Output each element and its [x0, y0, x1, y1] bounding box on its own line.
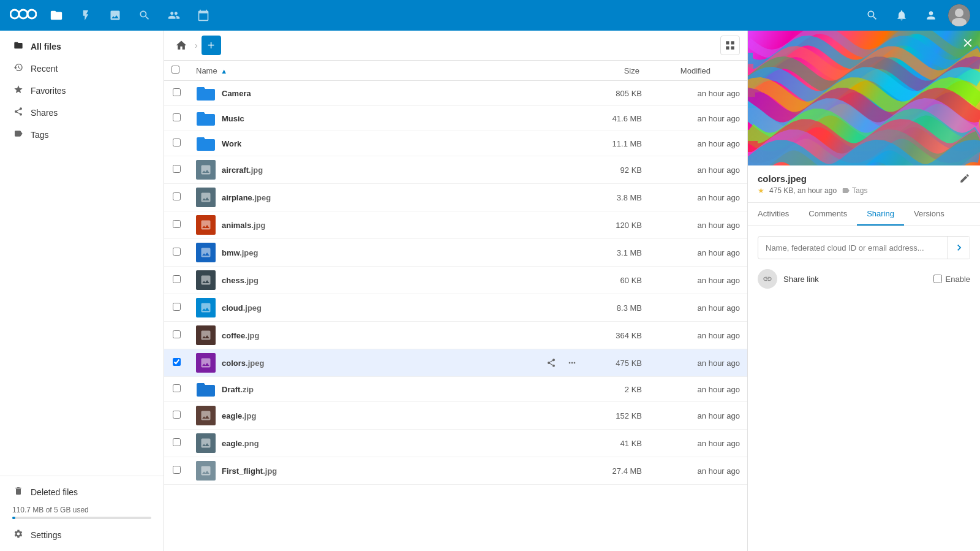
row-checkbox[interactable] — [173, 303, 181, 311]
share-action-icon[interactable] — [543, 407, 560, 424]
row-checkbox[interactable] — [173, 438, 181, 446]
share-action-icon[interactable] — [543, 327, 560, 344]
svg-point-2 — [28, 10, 36, 18]
grid-view-button[interactable] — [720, 36, 740, 55]
more-action-icon[interactable] — [564, 272, 581, 289]
share-recipient-input[interactable] — [758, 238, 948, 257]
sidebar-item-deleted-files[interactable]: Deleted files — [0, 481, 164, 503]
share-enable-toggle[interactable]: Enable — [933, 275, 970, 284]
more-action-icon[interactable] — [564, 462, 581, 479]
user-menu-icon[interactable] — [919, 3, 943, 28]
table-row[interactable]: Work 11.1 MB an hour ago — [164, 131, 747, 156]
share-action-icon[interactable] — [543, 85, 560, 102]
row-checkbox[interactable] — [173, 384, 181, 392]
more-action-icon[interactable] — [564, 381, 581, 398]
sidebar-item-all-files[interactable]: All files — [0, 36, 164, 58]
logo[interactable] — [10, 6, 37, 25]
share-action-icon[interactable] — [543, 189, 560, 206]
calendar-nav-icon[interactable] — [191, 3, 216, 28]
enable-checkbox[interactable] — [933, 275, 942, 283]
share-action-icon[interactable] — [543, 272, 560, 289]
more-action-icon[interactable] — [564, 327, 581, 344]
select-all-checkbox[interactable] — [172, 66, 179, 74]
select-all-header[interactable] — [164, 61, 189, 81]
table-row[interactable]: chess.jpg 60 KB an hour ago — [164, 267, 747, 294]
sidebar-item-tags[interactable]: Tags — [0, 124, 164, 146]
share-action-icon[interactable] — [543, 435, 560, 452]
more-action-icon[interactable] — [564, 354, 581, 371]
notifications-icon[interactable] — [889, 3, 914, 28]
table-row[interactable]: eagle.png 41 KB an hour ago — [164, 430, 747, 457]
more-action-icon[interactable] — [564, 110, 581, 127]
share-action-icon[interactable] — [543, 135, 560, 152]
table-row[interactable]: First_flight.jpg 27.4 MB an hour ago — [164, 457, 747, 485]
home-breadcrumb[interactable] — [172, 36, 191, 55]
share-action-icon[interactable] — [543, 216, 560, 234]
share-action-icon[interactable] — [543, 462, 560, 479]
more-action-icon[interactable] — [564, 161, 581, 178]
row-checkbox[interactable] — [173, 358, 181, 366]
table-row[interactable]: aircraft.jpg 92 KB an hour ago — [164, 156, 747, 184]
sidebar-item-favorites[interactable]: Favorites — [0, 80, 164, 102]
row-checkbox[interactable] — [173, 139, 181, 146]
table-row[interactable]: airplane.jpeg 3.8 MB an hour ago — [164, 184, 747, 211]
table-row[interactable]: Draft.zip 2 KB an hour ago — [164, 377, 747, 402]
more-action-icon[interactable] — [564, 85, 581, 102]
table-row[interactable]: colors.jpeg 475 KB an hour ago — [164, 349, 747, 377]
share-action-icon[interactable] — [543, 299, 560, 316]
tab-comments[interactable]: Comments — [799, 203, 857, 226]
row-checkbox[interactable] — [173, 165, 181, 173]
row-checkbox[interactable] — [173, 466, 181, 474]
row-checkbox[interactable] — [173, 411, 181, 419]
row-checkbox[interactable] — [173, 192, 181, 200]
tab-sharing[interactable]: Sharing — [857, 203, 904, 226]
more-action-icon[interactable] — [564, 189, 581, 206]
activity-nav-icon[interactable] — [74, 3, 98, 28]
more-action-icon[interactable] — [564, 216, 581, 234]
row-name-cell: Music — [189, 106, 535, 131]
name-column-header[interactable]: Name ▲ — [189, 61, 535, 81]
photos-nav-icon[interactable] — [103, 3, 127, 28]
row-checkbox[interactable] — [173, 275, 181, 283]
search-top-icon[interactable] — [860, 3, 884, 28]
files-nav-icon[interactable] — [44, 3, 69, 28]
sidebar-item-settings[interactable]: Settings — [0, 524, 164, 546]
row-checkbox[interactable] — [173, 220, 181, 228]
search-nav-icon[interactable] — [132, 3, 157, 28]
row-checkbox[interactable] — [173, 88, 181, 96]
more-action-icon[interactable] — [564, 299, 581, 316]
sidebar: All files Recent Favorites Shares Tags — [0, 31, 164, 551]
table-row[interactable]: coffee.jpg 364 KB an hour ago — [164, 322, 747, 349]
share-submit-button[interactable] — [948, 237, 970, 259]
share-action-icon[interactable] — [543, 110, 560, 127]
share-action-icon[interactable] — [543, 354, 560, 371]
share-action-icon[interactable] — [543, 381, 560, 398]
contacts-nav-icon[interactable] — [162, 3, 186, 28]
tab-versions[interactable]: Versions — [904, 203, 954, 226]
share-action-icon[interactable] — [543, 244, 560, 261]
size-column-header[interactable]: Size — [588, 61, 649, 81]
sidebar-item-shares[interactable]: Shares — [0, 102, 164, 124]
panel-sharing-content: Share link Enable — [748, 226, 980, 551]
close-panel-button[interactable] — [959, 34, 976, 51]
row-checkbox[interactable] — [173, 330, 181, 338]
panel-edit-icon[interactable] — [959, 173, 970, 186]
table-row[interactable]: animals.jpg 120 KB an hour ago — [164, 211, 747, 239]
table-row[interactable]: eagle.jpg 152 KB an hour ago — [164, 402, 747, 430]
add-files-button[interactable]: + — [202, 36, 221, 55]
table-row[interactable]: cloud.jpeg 8.3 MB an hour ago — [164, 294, 747, 322]
share-action-icon[interactable] — [543, 161, 560, 178]
more-action-icon[interactable] — [564, 435, 581, 452]
table-row[interactable]: bmw.jpeg 3.1 MB an hour ago — [164, 239, 747, 267]
more-action-icon[interactable] — [564, 244, 581, 261]
row-checkbox[interactable] — [173, 248, 181, 256]
table-row[interactable]: Camera 805 KB an hour ago — [164, 81, 747, 106]
user-avatar[interactable] — [948, 4, 970, 26]
table-row[interactable]: Music 41.6 MB an hour ago — [164, 106, 747, 131]
row-checkbox[interactable] — [173, 113, 181, 121]
modified-column-header[interactable]: Modified — [649, 61, 747, 81]
sidebar-item-recent[interactable]: Recent — [0, 58, 164, 80]
more-action-icon[interactable] — [564, 407, 581, 424]
tab-activities[interactable]: Activities — [748, 203, 799, 226]
more-action-icon[interactable] — [564, 135, 581, 152]
